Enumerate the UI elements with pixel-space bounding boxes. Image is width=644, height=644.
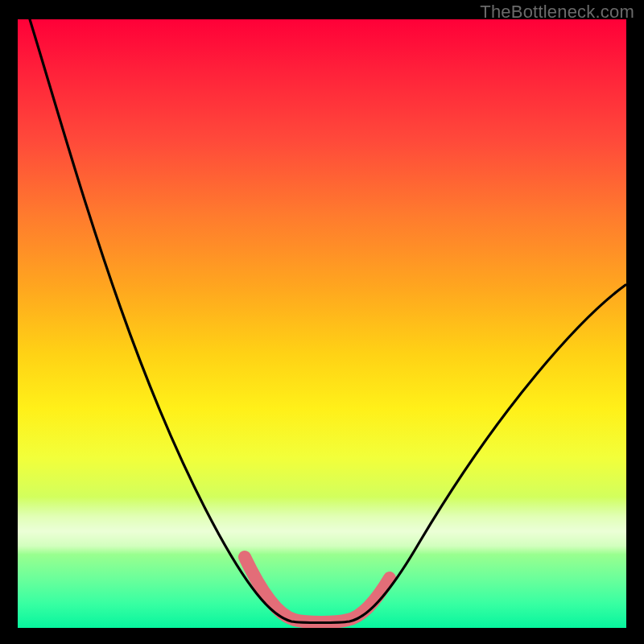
watermark-text: TheBottleneck.com <box>480 2 634 23</box>
bottleneck-curve-path <box>30 19 625 623</box>
chart-stage: TheBottleneck.com <box>0 0 644 644</box>
curve-layer <box>18 19 626 628</box>
plot-area <box>18 19 626 628</box>
